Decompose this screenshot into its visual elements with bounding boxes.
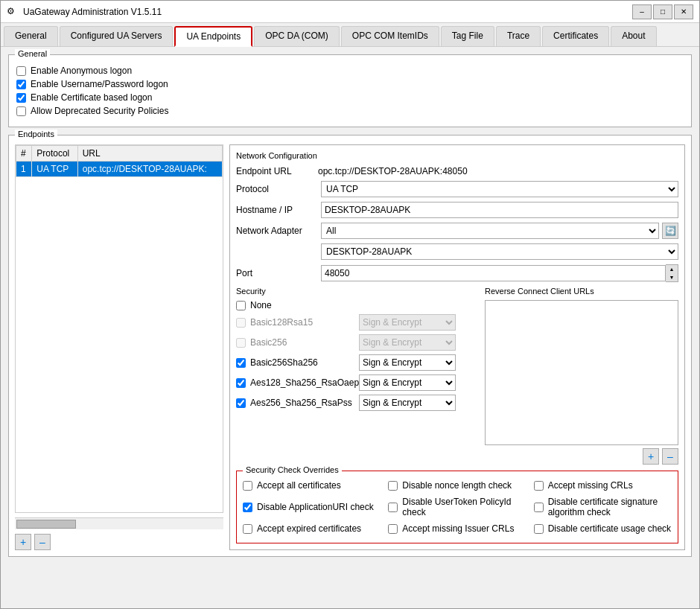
endpoints-content: # Protocol URL 1 UA TCP opc. — [15, 141, 685, 550]
network-adapter-sub-row: DESKTOP-28AUAPK — [236, 243, 678, 260]
basic256sha256-dropdown[interactable]: Sign & Encrypt Sign Encrypt — [359, 354, 456, 371]
override-disable-cert-usage-row: Disable certificate usage check — [534, 523, 672, 534]
endpoints-table-wrapper: # Protocol URL 1 UA TCP opc. — [15, 144, 223, 513]
port-row: Port ▲ ▼ — [236, 264, 678, 282]
scrollbar-thumb — [16, 520, 76, 529]
override-accept-all-certs-row: Accept all certificates — [243, 480, 381, 491]
cert-logon-checkbox[interactable] — [16, 93, 26, 103]
remove-endpoint-button[interactable]: – — [34, 534, 51, 550]
remove-reverse-connect-button[interactable]: – — [662, 448, 678, 465]
port-spinner-buttons: ▲ ▼ — [666, 264, 678, 282]
tab-configured-ua-servers[interactable]: Configured UA Servers — [60, 26, 174, 46]
security-aes128-row: Aes128_Sha256_RsaOaep Sign & Encrypt Sig… — [236, 374, 479, 391]
aes256-dropdown[interactable]: Sign & Encrypt Sign Encrypt — [359, 395, 456, 411]
close-button[interactable]: ✕ — [674, 4, 693, 19]
basic256sha256-checkbox[interactable] — [236, 358, 246, 368]
left-panel: # Protocol URL 1 UA TCP opc. — [15, 144, 223, 550]
accept-all-certs-checkbox[interactable] — [243, 481, 252, 491]
disable-cert-sig-checkbox[interactable] — [534, 503, 544, 512]
endpoint-buttons: + – — [15, 534, 223, 550]
accept-missing-issuer-label: Accept missing Issuer CRLs — [402, 523, 514, 534]
accept-expired-checkbox[interactable] — [243, 524, 252, 534]
aes128-checkbox[interactable] — [236, 378, 246, 388]
horizontal-scrollbar[interactable] — [15, 517, 223, 529]
table-row[interactable]: 1 UA TCP opc.tcp://DESKTOP-28AUAPK: — [16, 162, 223, 177]
add-endpoint-button[interactable]: + — [15, 534, 31, 550]
basic128rsa15-checkbox[interactable] — [236, 318, 246, 328]
hostname-row: Hostname / IP — [236, 202, 678, 218]
row-protocol: UA TCP — [32, 162, 77, 177]
add-reverse-connect-button[interactable]: + — [643, 448, 659, 465]
accept-expired-label: Accept expired certificates — [257, 523, 361, 534]
override-disable-nonce-row: Disable nonce length check — [388, 480, 526, 491]
network-adapter-sub-select[interactable]: DESKTOP-28AUAPK — [321, 243, 678, 260]
tab-opc-com-itemids[interactable]: OPC COM ItemIDs — [341, 26, 439, 46]
port-input[interactable] — [321, 265, 666, 281]
security-title: Security — [236, 287, 479, 296]
security-none-row: None — [236, 300, 479, 310]
basic256-checkbox[interactable] — [236, 338, 246, 348]
override-disable-usertoken-row: Disable UserToken PolicyId check — [388, 497, 526, 517]
security-basic256-row: Basic256 Sign & Encrypt — [236, 334, 479, 351]
hostname-input[interactable] — [321, 202, 678, 218]
cert-logon-label: Enable Certificate based logon — [31, 92, 152, 103]
security-section: Security None Basic12 — [236, 287, 678, 465]
disable-cert-usage-checkbox[interactable] — [534, 524, 544, 534]
basic256sha256-label: Basic256Sha256 — [250, 357, 354, 368]
accept-missing-issuer-checkbox[interactable] — [388, 524, 398, 534]
tab-tag-file[interactable]: Tag File — [441, 26, 494, 46]
right-panel: Network Configuration Endpoint URL opc.t… — [229, 144, 685, 550]
col-header-num: # — [16, 146, 32, 162]
maximize-button[interactable]: □ — [653, 4, 672, 19]
anon-logon-checkbox[interactable] — [16, 66, 26, 76]
minimize-button[interactable]: – — [632, 4, 652, 19]
network-adapter-select[interactable]: All — [321, 223, 659, 239]
accept-missing-crls-checkbox[interactable] — [534, 481, 544, 491]
aes256-checkbox[interactable] — [236, 398, 246, 408]
security-aes256-row: Aes256_Sha256_RsaPss Sign & Encrypt Sign… — [236, 395, 479, 411]
basic128rsa15-label: Basic128Rsa15 — [250, 317, 354, 328]
window-title: UaGateway Administration V1.5.11 — [23, 7, 162, 17]
col-header-url: URL — [77, 146, 222, 162]
main-window: ⚙ UaGateway Administration V1.5.11 – □ ✕… — [0, 0, 700, 609]
overrides-grid: Accept all certificates Disable nonce le… — [243, 477, 672, 537]
endpoint-url-label: Endpoint URL — [236, 166, 318, 176]
checkbox-row-userpw: Enable Username/Password logon — [16, 79, 684, 89]
tab-certificates[interactable]: Certificates — [542, 26, 609, 46]
port-increment-button[interactable]: ▲ — [666, 265, 678, 273]
none-policy-checkbox[interactable] — [236, 301, 246, 310]
protocol-select[interactable]: UA TCP — [321, 181, 678, 197]
disable-appuri-checkbox[interactable] — [243, 503, 252, 512]
scrollbar-area — [15, 516, 223, 529]
disable-usertoken-policy-label: Disable UserToken PolicyId check — [402, 497, 526, 517]
disable-usertoken-policy-checkbox[interactable] — [388, 503, 398, 512]
title-bar-left: ⚙ UaGateway Administration V1.5.11 — [7, 6, 162, 18]
tab-opc-da-com[interactable]: OPC DA (COM) — [254, 26, 340, 46]
user-pw-logon-checkbox[interactable] — [16, 80, 26, 89]
tab-general[interactable]: General — [4, 26, 58, 46]
endpoints-group-box: Endpoints # Protocol URL — [8, 135, 692, 557]
basic256-label: Basic256 — [250, 337, 354, 348]
general-group-box: General Enable Anonymous logon Enable Us… — [8, 54, 692, 127]
tab-ua-endpoints[interactable]: UA Endpoints — [174, 26, 252, 47]
override-disable-cert-sig-row: Disable certificate signature algorithm … — [534, 497, 672, 517]
deprecated-security-checkbox[interactable] — [16, 106, 26, 116]
port-spinner: ▲ ▼ — [321, 264, 678, 282]
security-basic256sha256-row: Basic256Sha256 Sign & Encrypt Sign Encry… — [236, 354, 479, 371]
network-adapter-row: Network Adapter All 🔄 — [236, 223, 678, 239]
disable-nonce-checkbox[interactable] — [388, 481, 398, 491]
protocol-row: Protocol UA TCP — [236, 181, 678, 197]
override-disable-appuri-row: Disable ApplicationURI check — [243, 497, 381, 517]
accept-all-certs-label: Accept all certificates — [257, 480, 341, 491]
title-bar: ⚙ UaGateway Administration V1.5.11 – □ ✕ — [1, 1, 699, 23]
endpoints-group-label: Endpoints — [15, 130, 57, 138]
network-adapter-refresh-button[interactable]: 🔄 — [662, 223, 678, 239]
port-label: Port — [236, 268, 318, 278]
tab-about[interactable]: About — [611, 26, 656, 46]
aes128-dropdown[interactable]: Sign & Encrypt Sign Encrypt — [359, 374, 456, 391]
overrides-section: Security Check Overrides Accept all cert… — [236, 471, 678, 543]
port-decrement-button[interactable]: ▼ — [666, 273, 678, 281]
network-config-box: Network Configuration Endpoint URL opc.t… — [229, 144, 685, 550]
checkbox-row-anon: Enable Anonymous logon — [16, 66, 684, 76]
tab-trace[interactable]: Trace — [496, 26, 541, 46]
